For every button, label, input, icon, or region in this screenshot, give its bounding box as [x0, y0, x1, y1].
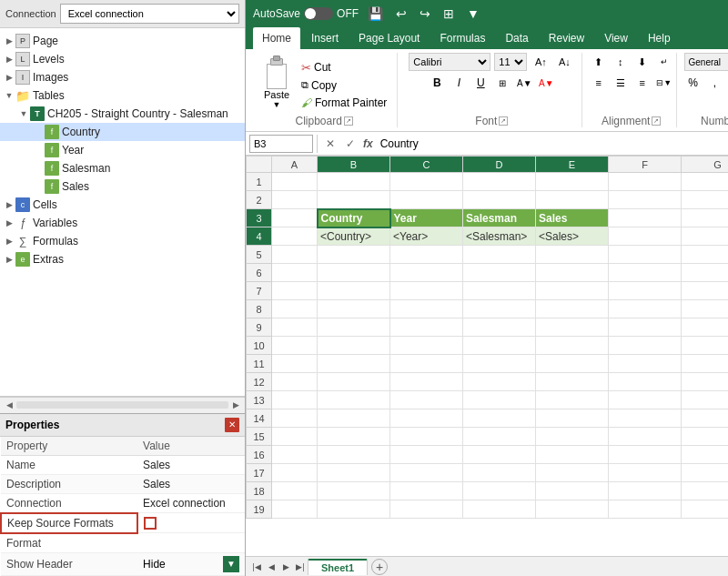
cell-G10[interactable]: [682, 337, 729, 355]
cell-A2[interactable]: [272, 191, 318, 209]
cell-A14[interactable]: [272, 409, 318, 428]
align-top-button[interactable]: ⬆: [589, 53, 609, 71]
cell-E11[interactable]: [536, 355, 609, 373]
tree-item-variables[interactable]: ▶ ƒ Variables: [0, 214, 245, 232]
custom-icon[interactable]: ⊞: [440, 5, 458, 23]
cell-F17[interactable]: [609, 464, 682, 482]
cell-B9[interactable]: [318, 318, 390, 337]
tab-home[interactable]: Home: [253, 27, 300, 49]
sheet-nav-prev[interactable]: ◀: [264, 560, 278, 574]
cell-D9[interactable]: [463, 318, 536, 337]
tree-item-tables[interactable]: ▼ 📁 Tables: [0, 86, 245, 105]
col-header-a[interactable]: A: [272, 157, 318, 173]
cell-D19[interactable]: [463, 500, 536, 519]
tab-review[interactable]: Review: [540, 27, 593, 49]
tree-item-images[interactable]: ▶ I Images: [0, 68, 245, 86]
cell-F2[interactable]: [609, 191, 682, 209]
cell-B5[interactable]: [318, 246, 390, 264]
prop-value-show-header[interactable]: Hide ▼: [137, 553, 245, 576]
tree-item-formulas[interactable]: ▶ ∑ Formulas: [0, 232, 245, 250]
sheet-nav-last[interactable]: ▶|: [293, 560, 308, 574]
tab-view[interactable]: View: [595, 27, 637, 49]
cell-C14[interactable]: [390, 409, 463, 428]
dropdown-icon[interactable]: ▼: [463, 5, 483, 23]
cell-E6[interactable]: [536, 264, 609, 282]
cell-A3[interactable]: [272, 209, 318, 227]
merge-button[interactable]: ⊟▼: [654, 74, 674, 92]
sheet-nav-next[interactable]: ▶: [278, 560, 293, 574]
row-header-1[interactable]: 1: [247, 173, 272, 191]
row-header-5[interactable]: 5: [247, 246, 272, 264]
cell-D3[interactable]: Salesman: [463, 209, 536, 227]
cell-G9[interactable]: [682, 318, 729, 337]
row-header-13[interactable]: 13: [247, 391, 272, 409]
col-header-g[interactable]: G: [682, 157, 729, 173]
add-sheet-button[interactable]: +: [371, 559, 388, 575]
row-header-9[interactable]: 9: [247, 318, 272, 337]
autosave-toggle[interactable]: [304, 7, 333, 20]
cell-F6[interactable]: [609, 264, 682, 282]
cell-E17[interactable]: [536, 464, 609, 482]
cell-B13[interactable]: [318, 391, 390, 409]
cell-A15[interactable]: [272, 428, 318, 446]
cell-B8[interactable]: [318, 300, 390, 318]
align-left-button[interactable]: ≡: [589, 74, 609, 92]
font-size-select[interactable]: 11: [494, 53, 527, 71]
cell-A16[interactable]: [272, 446, 318, 464]
cell-B7[interactable]: [318, 282, 390, 300]
font-name-select[interactable]: Calibri: [409, 53, 490, 71]
row-header-15[interactable]: 15: [247, 428, 272, 446]
cell-C4[interactable]: <Year>: [390, 227, 463, 246]
cell-E12[interactable]: [536, 373, 609, 391]
border-button[interactable]: ⊞: [492, 74, 512, 92]
cell-D13[interactable]: [463, 391, 536, 409]
formula-input[interactable]: [377, 136, 728, 151]
cell-G1[interactable]: [682, 173, 729, 191]
redo-icon[interactable]: ↪: [416, 5, 434, 23]
cell-F19[interactable]: [609, 500, 682, 519]
cell-E19[interactable]: [536, 500, 609, 519]
cell-E15[interactable]: [536, 428, 609, 446]
col-header-d[interactable]: D: [463, 157, 536, 173]
cell-C12[interactable]: [390, 373, 463, 391]
cell-B15[interactable]: [318, 428, 390, 446]
cell-A18[interactable]: [272, 482, 318, 500]
properties-close-button[interactable]: ✕: [225, 418, 239, 432]
cell-A19[interactable]: [272, 500, 318, 519]
cell-B6[interactable]: [318, 264, 390, 282]
row-header-16[interactable]: 16: [247, 446, 272, 464]
cell-C7[interactable]: [390, 282, 463, 300]
cell-G12[interactable]: [682, 373, 729, 391]
row-header-17[interactable]: 17: [247, 464, 272, 482]
cell-B3[interactable]: Country: [318, 209, 390, 227]
cell-A9[interactable]: [272, 318, 318, 337]
name-box[interactable]: [249, 135, 313, 153]
cell-A11[interactable]: [272, 355, 318, 373]
italic-button[interactable]: I: [449, 74, 469, 92]
cell-C16[interactable]: [390, 446, 463, 464]
cell-D17[interactable]: [463, 464, 536, 482]
cell-G5[interactable]: [682, 246, 729, 264]
comma-button[interactable]: ,: [704, 74, 724, 92]
tree-item-year[interactable]: f Year: [0, 141, 245, 159]
cell-E7[interactable]: [536, 282, 609, 300]
cell-B1[interactable]: [318, 173, 390, 191]
cell-A5[interactable]: [272, 246, 318, 264]
cell-G4[interactable]: [682, 227, 729, 246]
row-header-8[interactable]: 8: [247, 300, 272, 318]
cell-E8[interactable]: [536, 300, 609, 318]
bold-button[interactable]: B: [427, 74, 447, 92]
cell-C15[interactable]: [390, 428, 463, 446]
cell-A1[interactable]: [272, 173, 318, 191]
cell-F7[interactable]: [609, 282, 682, 300]
cell-F8[interactable]: [609, 300, 682, 318]
cell-B4[interactable]: <Country>: [318, 227, 390, 246]
connection-select[interactable]: Excel connection: [60, 4, 239, 24]
cell-E1[interactable]: [536, 173, 609, 191]
cell-D1[interactable]: [463, 173, 536, 191]
font-color-button[interactable]: A▼: [536, 74, 556, 92]
tree-item-page[interactable]: ▶ P Page: [0, 32, 245, 50]
cell-B11[interactable]: [318, 355, 390, 373]
save-icon[interactable]: 💾: [364, 5, 387, 23]
cell-C11[interactable]: [390, 355, 463, 373]
